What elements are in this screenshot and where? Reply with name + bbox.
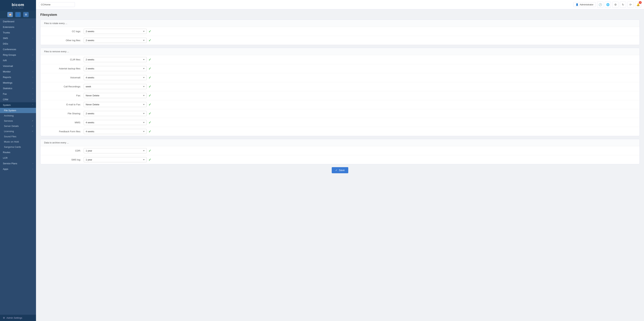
- user-label: Administrator: [580, 3, 594, 6]
- sidebar-item-system[interactable]: System ˅: [0, 102, 36, 108]
- sidebar-sub-label: Server Details: [4, 125, 19, 128]
- sidebar-sub-label: Music on Hold: [4, 140, 19, 143]
- email-to-fax-select[interactable]: Never Delete week 2 weeks 4 weeks 1 year: [84, 102, 147, 107]
- file-sharing-label: File Sharing:: [44, 112, 84, 115]
- sidebar-item-sangoma-cards[interactable]: Sangoma Cards: [0, 144, 36, 150]
- rotate-card: Files to rotate every ... CC logs: 2 wee…: [40, 19, 640, 45]
- email-to-fax-control: Never Delete week 2 weeks 4 weeks 1 year…: [84, 102, 636, 107]
- fax-label: Fax:: [44, 94, 84, 97]
- sms-log-select[interactable]: 1 year week 2 weeks 4 weeks Never Delete: [84, 157, 147, 162]
- bell-icon-btn[interactable]: 🔔 1: [635, 1, 641, 8]
- sidebar-item-lcr[interactable]: LCR: [0, 155, 36, 161]
- chevron-right-icon: ›: [32, 54, 33, 56]
- home-icon-btn[interactable]: 🏠: [8, 12, 13, 17]
- sidebar-item-server-details[interactable]: Server Details ↗: [0, 124, 36, 129]
- form-row-email-to-fax: E-mail to Fax: Never Delete week 2 weeks…: [40, 100, 640, 109]
- cdr-check-icon: ✓: [148, 149, 151, 153]
- asterisk-backup-select[interactable]: 2 weeks week 4 weeks 1 year Never Delete: [84, 66, 147, 71]
- sidebar-item-service-plans[interactable]: Service Plans ›: [0, 161, 36, 166]
- fax-select[interactable]: Never Delete week 2 weeks 4 weeks 1 year: [84, 93, 147, 98]
- chevron-right-icon: ›: [32, 168, 33, 170]
- sidebar-item-sms[interactable]: SMS ›: [0, 35, 36, 41]
- chevron-right-icon: ›: [32, 26, 33, 28]
- sidebar-sub-label: Licensing: [4, 130, 14, 133]
- main-area: CCHome 👤 Administrator 🕐 🌐 ⚙ ↻ ⟳: [36, 0, 644, 321]
- file-sharing-select[interactable]: 2 weeks week 4 weeks 1 year Never Delete: [84, 111, 147, 116]
- other-log-files-check-icon: ✓: [148, 38, 151, 42]
- sidebar-item-fax[interactable]: Fax ›: [0, 91, 36, 97]
- sidebar-item-ring-groups[interactable]: Ring Groups ›: [0, 52, 36, 58]
- sidebar-item-monitor[interactable]: Monitor ›: [0, 69, 36, 74]
- cc-logs-select[interactable]: 2 weeks week 4 weeks 1 year Never Delete: [84, 29, 147, 34]
- save-button[interactable]: ✓ Save: [332, 167, 348, 173]
- form-row-clir-files: CLIR files: 2 weeks week 4 weeks 1 year …: [40, 55, 640, 64]
- voicemail-control: 4 weeks 2 weeks week 1 year Never Delete…: [84, 75, 636, 80]
- clir-files-select[interactable]: 2 weeks week 4 weeks 1 year Never Delete: [84, 57, 147, 62]
- chevron-right-icon: ›: [32, 37, 33, 39]
- user-button[interactable]: 👤 Administrator: [573, 2, 596, 7]
- form-row-sms-log: SMS log: 1 year week 2 weeks 4 weeks Nev…: [40, 155, 640, 164]
- asterisk-backup-check-icon: ✓: [148, 67, 151, 71]
- sms-log-label: SMS log:: [44, 158, 84, 161]
- cchome-dropdown[interactable]: CCHome: [39, 2, 75, 7]
- sidebar-item-trunks[interactable]: Trunks: [0, 30, 36, 35]
- mms-control: 4 weeks week 2 weeks 1 year Never Delete…: [84, 120, 636, 125]
- sidebar-item-apps[interactable]: Apps ›: [0, 166, 36, 172]
- cc-logs-control: 2 weeks week 4 weeks 1 year Never Delete…: [84, 29, 636, 34]
- sidebar-sub-label: Sangoma Cards: [4, 146, 21, 148]
- sidebar-item-archiving[interactable]: Archiving: [0, 113, 36, 118]
- admin-settings-button[interactable]: ⚙ Admin Settings: [0, 315, 36, 321]
- sidebar-item-dashboard[interactable]: Dashboard: [0, 19, 36, 24]
- user-icon: 👤: [576, 3, 578, 6]
- sidebar-item-ivr[interactable]: IVR ›: [0, 58, 36, 63]
- sidebar-item-label: Reports: [3, 76, 11, 79]
- sync-icon-btn[interactable]: ⟳: [628, 1, 634, 8]
- settings-icon-btn[interactable]: ⚙: [612, 1, 618, 8]
- sidebar-item-label: Routes: [3, 151, 10, 154]
- sidebar-item-label: IVR: [3, 59, 7, 62]
- sidebar-item-statistics[interactable]: Statistics ›: [0, 86, 36, 91]
- clir-files-check-icon: ✓: [148, 58, 151, 62]
- sidebar-item-label: Monitor: [3, 70, 10, 73]
- sidebar-item-voicemail[interactable]: Voicemail: [0, 63, 36, 69]
- sidebar-item-services[interactable]: Services ↗: [0, 118, 36, 124]
- call-recordings-control: week 2 weeks 4 weeks 1 year Never Delete…: [84, 84, 636, 89]
- cdr-select[interactable]: 1 year week 2 weeks 4 weeks Never Delete: [84, 148, 147, 153]
- voicemail-select[interactable]: 4 weeks 2 weeks week 1 year Never Delete: [84, 75, 147, 80]
- sidebar-item-crm[interactable]: CRM ›: [0, 97, 36, 102]
- sidebar-item-music-on-hold[interactable]: Music on Hold: [0, 139, 36, 144]
- sidebar-item-file-system[interactable]: File System: [0, 108, 36, 113]
- sidebar-item-conferences[interactable]: Conferences ›: [0, 46, 36, 52]
- sidebar-item-sound-files[interactable]: Sound Files: [0, 134, 36, 139]
- sidebar-item-label: CRM: [3, 98, 8, 101]
- form-row-cc-logs: CC logs: 2 weeks week 4 weeks 1 year Nev…: [40, 27, 640, 36]
- chevron-right-icon: ›: [32, 59, 33, 61]
- sidebar-item-extensions[interactable]: Extensions ›: [0, 24, 36, 30]
- email-to-fax-label: E-mail to Fax:: [44, 103, 84, 106]
- globe-icon-btn[interactable]: 🌐: [605, 1, 611, 8]
- call-recordings-select[interactable]: week 2 weeks 4 weeks 1 year Never Delete: [84, 84, 147, 89]
- sidebar-item-reports[interactable]: Reports ›: [0, 74, 36, 80]
- clir-files-label: CLIR files:: [44, 58, 84, 61]
- sidebar-icon-row: 🏠 👤 ⚙: [0, 10, 36, 19]
- sidebar-item-label: Ring Groups: [3, 54, 16, 56]
- other-log-files-select[interactable]: 2 weeks week 4 weeks 1 year Never Delete: [84, 38, 147, 43]
- chevron-right-icon: ›: [32, 99, 33, 101]
- user-icon-btn[interactable]: 👤: [15, 12, 21, 17]
- gear-icon: ⚙: [3, 317, 5, 319]
- settings-icon-btn[interactable]: ⚙: [23, 12, 28, 17]
- clock-icon-btn[interactable]: 🕐: [597, 1, 603, 8]
- mms-select[interactable]: 4 weeks week 2 weeks 1 year Never Delete: [84, 120, 147, 125]
- sidebar-item-dids[interactable]: DIDs: [0, 41, 36, 46]
- sidebar-item-meetings[interactable]: Meetings ›: [0, 80, 36, 86]
- form-row-call-recordings: Call Recordings: week 2 weeks 4 weeks 1 …: [40, 82, 640, 91]
- topbar-left: CCHome: [39, 2, 75, 7]
- form-row-voicemail: Voicemail: 4 weeks 2 weeks week 1 year N…: [40, 73, 640, 82]
- chevron-right-icon: ›: [32, 87, 33, 89]
- feedback-form-select[interactable]: 4 weeks week 2 weeks 1 year Never Delete: [84, 129, 147, 134]
- admin-settings-label: Admin Settings: [6, 317, 22, 319]
- sidebar-item-licensing[interactable]: Licensing ↗: [0, 129, 36, 134]
- refresh-icon-btn[interactable]: ↻: [620, 1, 626, 8]
- sidebar-item-routes[interactable]: Routes: [0, 150, 36, 155]
- sms-log-check-icon: ✓: [148, 158, 151, 162]
